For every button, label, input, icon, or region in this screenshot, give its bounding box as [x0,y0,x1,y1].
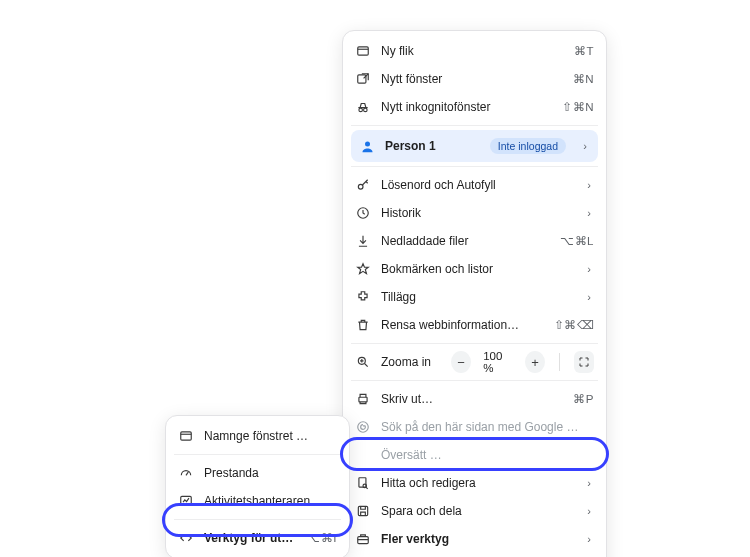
speedometer-icon [178,465,194,481]
extension-icon [355,289,371,305]
svg-point-2 [359,108,363,112]
menu-item-translate: Översätt … [343,441,606,469]
profile-name: Person 1 [385,139,480,153]
menu-label: Fler verktyg [381,532,574,546]
menu-label: Rensa webbinformation… [381,318,544,332]
person-icon [359,138,375,154]
menu-label: Namnge fönstret … [204,429,337,443]
svg-rect-12 [358,506,367,515]
menu-label: Nedladdade filer [381,234,550,248]
zoom-in-button[interactable]: + [525,351,545,373]
menu-item-save-share[interactable]: Spara och dela › [343,497,606,525]
menu-label: Spara och dela [381,504,574,518]
document-search-icon [355,475,371,491]
key-icon [355,177,371,193]
menu-separator [351,166,598,167]
menu-shortcut: ⌘P [573,392,594,406]
zoom-value: 100 % [481,350,515,374]
svg-rect-13 [358,537,369,544]
tab-icon [355,43,371,59]
menu-label: Nytt fönster [381,72,563,86]
menu-shortcut: ⌥⌘I [306,531,337,545]
menu-item-history[interactable]: Historik › [343,199,606,227]
menu-label: Historik [381,206,574,220]
new-window-icon [355,71,371,87]
menu-item-bookmarks[interactable]: Bokmärken och listor › [343,255,606,283]
menu-separator [174,454,341,455]
menu-separator [351,343,598,344]
menu-label: Lösenord och Autofyll [381,178,574,192]
submenu-item-name-window[interactable]: Namnge fönstret … [166,422,349,450]
submenu-item-task-manager[interactable]: Aktivitetshanteraren … [166,487,349,515]
svg-point-5 [358,184,363,189]
menu-item-clear-browsing-data[interactable]: Rensa webbinformation… ⇧⌘⌫ [343,311,606,339]
svg-rect-0 [358,47,369,55]
menu-label: Bokmärken och listor [381,262,574,276]
svg-rect-10 [359,478,366,487]
menu-separator [174,519,341,520]
zoom-icon [355,354,371,370]
menu-label: Nytt inkognitofönster [381,100,552,114]
menu-shortcut: ⌘N [573,72,594,86]
chevron-right-icon: › [584,477,594,489]
zoom-out-button[interactable]: − [451,351,471,373]
menu-item-search-google: Sök på den här sidan med Google … [343,413,606,441]
menu-item-downloads[interactable]: Nedladdade filer ⌥⌘L [343,227,606,255]
download-icon [355,233,371,249]
menu-item-new-window[interactable]: Nytt fönster ⌘N [343,65,606,93]
menu-item-profile[interactable]: Person 1 Inte inloggad › [351,130,598,162]
submenu-item-developer-tools[interactable]: Verktyg för utvecklare ⌥⌘I [166,524,349,552]
trash-icon [355,317,371,333]
menu-item-find-edit[interactable]: Hitta och redigera › [343,469,606,497]
svg-point-3 [364,108,368,112]
save-icon [355,503,371,519]
menu-item-new-tab[interactable]: Ny flik ⌘T [343,37,606,65]
star-icon [355,261,371,277]
menu-label: Aktivitetshanteraren … [204,494,337,508]
menu-label: Översätt … [381,448,594,462]
menu-item-passwords[interactable]: Lösenord och Autofyll › [343,171,606,199]
svg-rect-8 [359,397,367,402]
chevron-right-icon: › [584,207,594,219]
menu-shortcut: ⇧⌘N [562,100,594,114]
menu-separator [351,380,598,381]
toolbox-icon [355,531,371,547]
svg-rect-16 [181,432,192,440]
history-icon [355,205,371,221]
menu-item-extensions[interactable]: Tillägg › [343,283,606,311]
submenu-item-performance[interactable]: Prestanda [166,459,349,487]
profile-status-badge: Inte inloggad [490,138,566,154]
zoom-label: Zooma in [381,355,431,369]
divider [559,353,560,371]
print-icon [355,391,371,407]
chevron-right-icon: › [584,263,594,275]
fullscreen-button[interactable] [574,351,594,373]
menu-item-new-incognito[interactable]: Nytt inkognitofönster ⇧⌘N [343,93,606,121]
more-tools-submenu: Namnge fönstret … Prestanda Aktivitetsha… [165,415,350,557]
menu-item-more-tools[interactable]: Fler verktyg › [343,525,606,553]
chevron-right-icon: › [584,533,594,545]
menu-separator [351,125,598,126]
chrome-main-menu: Ny flik ⌘T Nytt fönster ⌘N Nytt inkognit… [342,30,607,557]
menu-shortcut: ⇧⌘⌫ [554,318,595,332]
menu-label: Sök på den här sidan med Google … [381,420,594,434]
code-icon [178,530,194,546]
chevron-right-icon: › [584,291,594,303]
incognito-icon [355,99,371,115]
menu-label: Skriv ut… [381,392,563,406]
menu-label: Ny flik [381,44,564,58]
menu-label: Tillägg [381,290,574,304]
menu-item-print[interactable]: Skriv ut… ⌘P [343,385,606,413]
menu-label: Verktyg för utvecklare [204,531,296,545]
svg-rect-1 [358,75,366,83]
chevron-right-icon: › [584,505,594,517]
google-icon [355,419,371,435]
menu-label: Prestanda [204,466,337,480]
svg-point-9 [358,422,369,433]
menu-shortcut: ⌥⌘L [560,234,594,248]
task-manager-icon [178,493,194,509]
menu-shortcut: ⌘T [574,44,594,58]
chevron-right-icon: › [584,179,594,191]
translate-icon [355,447,371,463]
window-icon [178,428,194,444]
